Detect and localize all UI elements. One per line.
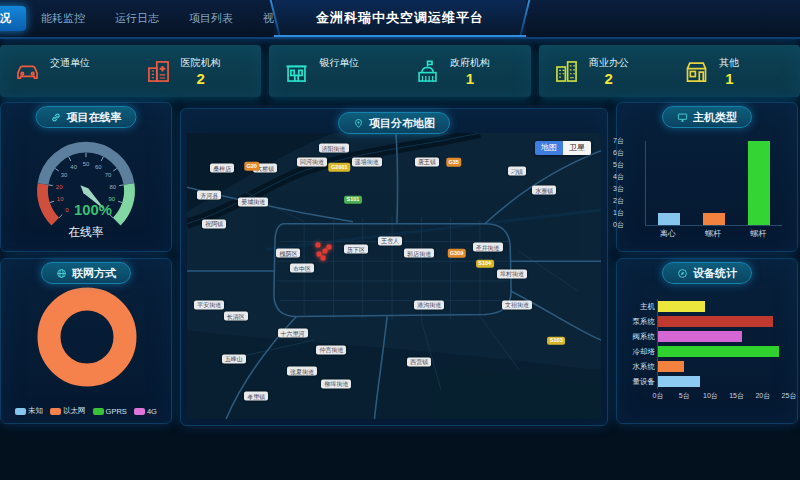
- stat-value: 2: [181, 70, 221, 87]
- y-tick-label: 3台: [613, 184, 638, 194]
- map-area[interactable]: 桑梓店大桥镇回河街道济阳街道遥墙街道唐王镇刁镇水寨镇齐河县晏城街道祝阿镇槐荫区市…: [187, 133, 601, 419]
- map-type-control: 地图 卫星: [535, 141, 591, 155]
- main-content: 项目在线率 0102030405060708090 100% 在线率: [0, 102, 798, 426]
- link-icon: [51, 112, 62, 123]
- tab-能耗监控[interactable]: 能耗监控: [26, 6, 100, 31]
- map-label-平安街道[interactable]: 平安街道: [194, 300, 224, 309]
- stat-label: 商业办公: [589, 56, 629, 70]
- stat-texts: 其他1: [719, 56, 739, 87]
- device-bar[interactable]: [658, 376, 700, 387]
- map-label-柳埠街道[interactable]: 柳埠街道: [321, 379, 351, 388]
- road-shield-S101: S101: [344, 195, 362, 204]
- tab-项目列表[interactable]: 项目列表: [174, 6, 248, 31]
- legend-swatch: [15, 408, 26, 415]
- legend-item-以太网[interactable]: 以太网: [50, 406, 86, 416]
- panel-title: 主机类型: [693, 110, 737, 125]
- legend-label: 4G: [147, 407, 157, 416]
- legend-item-未知[interactable]: 未知: [15, 406, 43, 416]
- stat-label: 银行单位: [319, 56, 359, 70]
- y-tick-label: 6台: [613, 148, 638, 158]
- stat-value: 2: [589, 70, 629, 87]
- device-row-泵系统: 泵系统: [621, 314, 789, 329]
- stat-card-1: 交通单位医院机构2: [0, 45, 261, 97]
- topbar: 概况能耗监控运行日志项目列表视频监控 金洲科瑞中央空调运维平台: [0, 0, 800, 39]
- map-label-历下区[interactable]: 历下区: [344, 245, 368, 254]
- map-label-港沟街道[interactable]: 港沟街道: [414, 300, 444, 309]
- tab-概况[interactable]: 概况: [0, 6, 26, 31]
- svg-text:50: 50: [83, 161, 90, 167]
- map-label-圣井街道[interactable]: 圣井街道: [473, 243, 503, 252]
- device-bar-track: [657, 344, 789, 359]
- map-label-槐荫区[interactable]: 槐荫区: [276, 249, 300, 258]
- stat-texts: 银行单位: [319, 56, 359, 87]
- map-mode-button[interactable]: 地图: [535, 141, 563, 155]
- map-label-刁镇[interactable]: 刁镇: [508, 167, 526, 176]
- map-label-文祖街道[interactable]: 文祖街道: [502, 300, 532, 309]
- donut-ring: [49, 299, 125, 375]
- panel-header-device-stats: 设备统计: [662, 262, 752, 284]
- panel-title: 设备统计: [693, 266, 737, 281]
- road-shield-S103: S103: [547, 337, 565, 346]
- map-label-王舍人[interactable]: 王舍人: [378, 236, 402, 245]
- stat-label: 政府机构: [450, 56, 490, 70]
- device-bar[interactable]: [658, 361, 684, 372]
- map-label-桑梓店[interactable]: 桑梓店: [210, 164, 234, 173]
- gauge-zone-high: [117, 184, 130, 222]
- compass-icon: [677, 268, 688, 279]
- map-label-埠村街道[interactable]: 埠村街道: [497, 269, 527, 278]
- device-stats-panel: 设备统计 主机泵系统阀系统冷却塔水系统量设备 0台5台10台15台20台25台: [616, 258, 798, 424]
- map-label-晏城街道[interactable]: 晏城街道: [238, 197, 268, 206]
- road-shield-S104: S104: [476, 259, 494, 268]
- device-bar[interactable]: [658, 316, 773, 327]
- map-label-十六里河[interactable]: 十六里河: [278, 329, 308, 338]
- map-label-张夏街道[interactable]: 张夏街道: [287, 367, 317, 376]
- legend-swatch: [134, 408, 145, 415]
- stat-label: 交通单位: [50, 56, 90, 70]
- map-label-长清区[interactable]: 长清区: [224, 312, 248, 321]
- device-row-阀系统: 阀系统: [621, 329, 789, 344]
- stat-value: [50, 70, 90, 87]
- satellite-mode-button[interactable]: 卫星: [563, 141, 591, 155]
- x-tick-label: 0台: [653, 391, 664, 401]
- device-bar[interactable]: [658, 346, 779, 357]
- map-label-济阳街道[interactable]: 济阳街道: [319, 144, 349, 153]
- map-label-市中区[interactable]: 市中区: [290, 264, 314, 273]
- stat-value: 1: [450, 70, 490, 87]
- device-row-label: 水系统: [621, 362, 655, 372]
- map-label-祝阿镇[interactable]: 祝阿镇: [202, 219, 226, 228]
- map-label-唐王镇[interactable]: 唐王镇: [415, 157, 439, 166]
- x-tick-label: 20台: [755, 391, 770, 401]
- stat-item: 政府机构1: [400, 56, 531, 87]
- map-label-遥墙街道[interactable]: 遥墙街道: [352, 157, 382, 166]
- svg-text:70: 70: [105, 172, 112, 178]
- project-marker-5[interactable]: [320, 255, 325, 260]
- bar-螺杆[interactable]: [748, 141, 770, 225]
- project-marker-2[interactable]: [322, 249, 327, 254]
- x-tick-label: 5台: [679, 391, 690, 401]
- project-marker-4[interactable]: [327, 244, 332, 249]
- map-label-孝里镇[interactable]: 孝里镇: [244, 392, 268, 401]
- map-label-齐河县[interactable]: 齐河县: [197, 191, 221, 200]
- host-chart-x-axis: 离心螺杆螺杆: [645, 228, 781, 239]
- tab-运行日志[interactable]: 运行日志: [100, 6, 174, 31]
- bar-离心[interactable]: [658, 213, 680, 225]
- y-tick-label: 7台: [613, 136, 638, 146]
- device-bar[interactable]: [658, 331, 742, 342]
- legend-item-4G[interactable]: 4G: [134, 406, 157, 416]
- map-label-郭店街道[interactable]: 郭店街道: [404, 249, 434, 258]
- bar-螺杆[interactable]: [703, 213, 725, 225]
- device-row-水系统: 水系统: [621, 359, 789, 374]
- map-label-回河街道[interactable]: 回河街道: [297, 157, 327, 166]
- online-rate-panel: 项目在线率 0102030405060708090 100% 在线率: [0, 102, 172, 252]
- map-label-水寨镇[interactable]: 水寨镇: [532, 186, 556, 195]
- host-type-panel: 主机类型 0台1台2台3台4台5台6台7台 离心螺杆螺杆: [616, 102, 798, 252]
- project-marker-1[interactable]: [315, 243, 320, 248]
- map-label-西营镇[interactable]: 西营镇: [407, 357, 431, 366]
- device-bar[interactable]: [658, 301, 705, 312]
- title-box: 金洲科瑞中央空调运维平台: [274, 0, 526, 37]
- legend-item-GPRS[interactable]: GPRS: [93, 406, 127, 416]
- stat-item: 交通单位: [0, 56, 131, 87]
- panel-title: 项目在线率: [67, 110, 122, 125]
- map-label-五峰山[interactable]: 五峰山: [222, 354, 246, 363]
- map-label-仲宫街道[interactable]: 仲宫街道: [316, 345, 346, 354]
